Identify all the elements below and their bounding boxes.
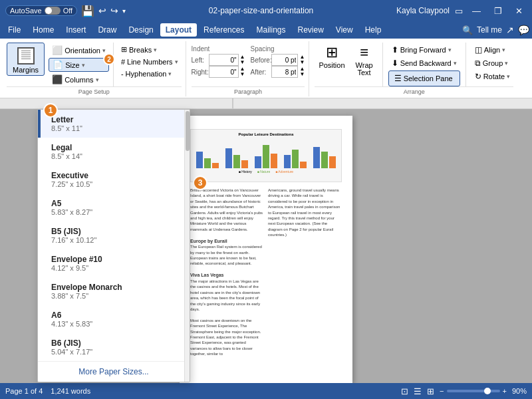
paper-size-a5-name: A5	[51, 199, 179, 208]
arrange-label: Arrange	[315, 86, 513, 96]
paper-size-b6jis-dims: 5.04" x 7.17"	[51, 348, 179, 356]
document-chart: Popular Leisure Destinations	[190, 129, 342, 182]
wrap-text-button[interactable]: ≡ Wrap Text	[352, 43, 377, 79]
zoom-plus[interactable]: +	[503, 387, 507, 395]
view-print-icon[interactable]: ⊡	[401, 386, 408, 396]
legend-adventure: ■ Adventure	[275, 170, 293, 174]
selection-pane-button[interactable]: ☰ Selection Pane	[388, 70, 460, 86]
bring-forward-button[interactable]: ⬆ Bring Forward ▾	[388, 44, 460, 56]
close-button[interactable]: ✕	[511, 5, 527, 17]
paper-size-a5[interactable]: A5 5.83" x 8.27"	[38, 194, 190, 221]
menu-layout[interactable]: Layout	[160, 23, 197, 37]
autosave-toggle[interactable]: AutoSave Off	[5, 5, 77, 16]
send-backward-button[interactable]: ⬇ Send Backward ▾	[388, 57, 460, 69]
spacing-after-input[interactable]	[271, 66, 298, 78]
redo-icon[interactable]: ↪	[110, 5, 118, 16]
bar-3	[212, 163, 219, 168]
restore-button[interactable]: ❐	[490, 5, 506, 17]
columns-button[interactable]: ⬛ Columns ▾	[49, 73, 109, 86]
tell-me-text[interactable]: Tell me	[477, 25, 502, 35]
indent-left-input[interactable]	[209, 54, 239, 66]
paper-size-executive-name: Executive	[51, 171, 179, 180]
breaks-arrow: ▾	[154, 47, 157, 53]
paper-size-b6jis[interactable]: B6 (JIS) 5.04" x 7.17"	[38, 333, 190, 361]
zoom-minus[interactable]: −	[440, 387, 444, 395]
paper-size-b5jis[interactable]: B5 (JIS) 7.16" x 10.12"	[38, 221, 190, 249]
more-paper-sizes-button[interactable]: More Paper Sizes...	[38, 361, 190, 382]
menu-mailings[interactable]: Mailings	[251, 23, 291, 37]
minimize-button[interactable]: —	[468, 5, 485, 17]
zoom-slider[interactable]	[447, 390, 500, 392]
hyphenation-button[interactable]: - Hyphenation ▾	[118, 68, 182, 79]
ribbon: Margins ⬜ Orientation ▾ 📄 Size ▾ 2	[0, 39, 532, 98]
scrollbar-thumb[interactable]	[186, 111, 190, 151]
ruler-svg	[33, 98, 332, 109]
size-arrow: ▾	[82, 62, 85, 68]
paper-size-executive[interactable]: Executive 7.25" x 10.5"	[38, 166, 190, 194]
bar-12	[300, 162, 307, 168]
indent-right-spinners: ▲ ▼	[240, 66, 245, 77]
sep3	[466, 43, 466, 86]
bring-forward-arrow: ▾	[448, 47, 452, 53]
position-button[interactable]: ⊞ Position	[315, 43, 348, 72]
paper-size-envmonarch[interactable]: Envelope Monarch 3.88" x 7.5"	[38, 277, 190, 305]
indent-right-input[interactable]	[209, 66, 239, 78]
group-button[interactable]: ⧉ Group ▾	[471, 57, 513, 69]
align-button[interactable]: ◫ Align ▾	[471, 44, 513, 56]
menu-file[interactable]: File	[3, 23, 26, 37]
orientation-button[interactable]: ⬜ Orientation ▾	[49, 44, 109, 57]
margins-icon	[17, 47, 35, 65]
columns-icon: ⬛	[52, 74, 63, 84]
chart-title: Popular Leisure Destinations	[238, 132, 293, 136]
margins-button[interactable]: Margins	[7, 43, 45, 76]
view-web-icon[interactable]: ⊞	[427, 386, 434, 396]
save-icon[interactable]: 💾	[81, 5, 94, 17]
line-numbers-button[interactable]: # Line Numbers ▾	[118, 57, 182, 67]
menu-view[interactable]: View	[331, 23, 358, 37]
legend-history: ■ History	[239, 170, 252, 174]
hyphenation-arrow: ▾	[168, 70, 172, 77]
username: Kayla Claypool	[396, 6, 450, 15]
margins-label: Margins	[13, 66, 39, 74]
undo-icon[interactable]: ↩	[98, 5, 106, 16]
autosave-label: AutoSave	[10, 7, 42, 15]
view-read-icon[interactable]: ☰	[414, 386, 422, 396]
menu-insert[interactable]: Insert	[61, 23, 91, 37]
size-button[interactable]: 📄 Size ▾ 2	[49, 58, 109, 72]
menu-review[interactable]: Review	[292, 23, 329, 37]
title-bar-filename: 02-paper-size-and-orientation	[126, 6, 396, 15]
comments-icon[interactable]: 💬	[518, 25, 529, 35]
zoom-level[interactable]: 90%	[512, 387, 527, 395]
dropdown-scroll[interactable]: Letter 8.5" x 11" Legal 8.5" x 14" Execu…	[38, 110, 190, 382]
paper-size-letter[interactable]: Letter 8.5" x 11"	[38, 110, 190, 138]
doc-col-left: British-accented Victoria on Vancouver I…	[190, 188, 264, 357]
indent-right-down[interactable]: ▼	[240, 72, 245, 77]
share-icon[interactable]: ↗	[506, 25, 514, 35]
spacing-before-input[interactable]	[271, 54, 298, 66]
menu-design[interactable]: Design	[123, 23, 158, 37]
autosave-toggle-switch[interactable]	[45, 7, 61, 15]
paper-size-b5jis-dims: 7.16" x 10.12"	[51, 236, 179, 244]
bar-9	[271, 154, 277, 168]
paper-size-dropdown: 1 Letter 8.5" x 11" Legal 8.5" x 14" Exe…	[37, 109, 190, 382]
breaks-button[interactable]: ⊞ Breaks ▾	[118, 44, 182, 55]
menu-help[interactable]: Help	[360, 23, 387, 37]
menu-home[interactable]: Home	[27, 23, 59, 37]
paper-size-legal[interactable]: Legal 8.5" x 14"	[38, 138, 190, 166]
menu-draw[interactable]: Draw	[92, 23, 122, 37]
ribbon-collapse-icon[interactable]: ▭	[455, 6, 463, 16]
rotate-icon: ↻	[475, 72, 481, 81]
spacing-after-down[interactable]: ▼	[299, 72, 305, 77]
rotate-button[interactable]: ↻ Rotate ▾	[471, 70, 513, 82]
menu-references[interactable]: References	[198, 23, 249, 37]
page-setup-small-btns2: ⊞ Breaks ▾ # Line Numbers ▾ - Hyphenatio…	[118, 44, 182, 79]
spacing-before-down[interactable]: ▼	[299, 60, 305, 65]
dropdown-scrollbar[interactable]	[184, 110, 190, 382]
breaks-label: Breaks	[129, 46, 152, 54]
bar-10	[284, 155, 291, 168]
title-bar-right: Kayla Claypool ▭ — ❐ ✕	[396, 5, 527, 17]
paper-size-env10[interactable]: Envelope #10 4.12" x 9.5"	[38, 249, 190, 277]
indent-left-down[interactable]: ▼	[240, 60, 245, 65]
paper-size-a6[interactable]: A6 4.13" x 5.83"	[38, 305, 190, 333]
document-page[interactable]: Popular Leisure Destinations	[180, 116, 352, 383]
